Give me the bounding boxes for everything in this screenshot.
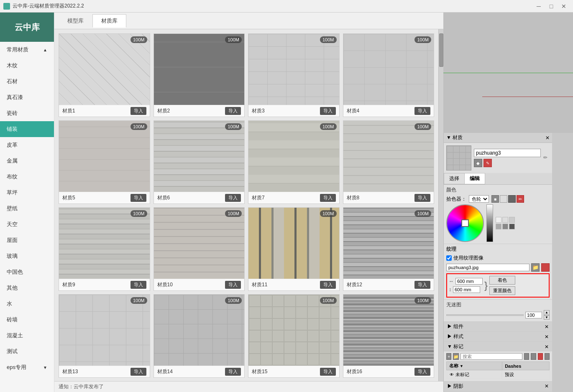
apply-material-icon[interactable]: ◆ bbox=[474, 159, 482, 167]
import-button-12[interactable]: 导入 bbox=[414, 281, 430, 289]
opacity-up-button[interactable]: ▲ bbox=[544, 310, 550, 315]
row-eye-icon[interactable]: 👁 bbox=[450, 372, 454, 377]
opacity-slider[interactable] bbox=[446, 314, 524, 316]
color-icon-dropper[interactable]: ✏ bbox=[517, 195, 524, 203]
import-button-13[interactable]: 导入 bbox=[130, 368, 146, 376]
sidebar-item-brickwall[interactable]: 砖墙 bbox=[0, 312, 54, 328]
material-card-13[interactable]: 100M材质13导入 bbox=[59, 294, 150, 378]
import-button-3[interactable]: 导入 bbox=[320, 107, 336, 115]
component-close-icon[interactable]: ✕ bbox=[545, 324, 549, 330]
import-button-8[interactable]: 导入 bbox=[414, 194, 430, 202]
sidebar-item-realstone[interactable]: 真石漆 bbox=[0, 89, 54, 105]
minimize-button[interactable]: ─ bbox=[533, 2, 545, 10]
import-button-11[interactable]: 导入 bbox=[320, 281, 336, 289]
tags-search-input[interactable] bbox=[460, 353, 522, 360]
sidebar-item-tile[interactable]: 瓷砖 bbox=[0, 105, 54, 121]
texture-file-input[interactable] bbox=[446, 264, 530, 271]
import-button-2[interactable]: 导入 bbox=[225, 107, 241, 115]
import-button-4[interactable]: 导入 bbox=[414, 107, 430, 115]
import-button-5[interactable]: 导入 bbox=[130, 194, 146, 202]
material-card-14[interactable]: 100M材质14导入 bbox=[153, 294, 245, 378]
color-icon-1[interactable]: ■ bbox=[491, 195, 499, 203]
edit-material-icon[interactable]: ✎ bbox=[483, 159, 492, 167]
reset-color-button[interactable]: 重置颜色 bbox=[489, 286, 515, 295]
sidebar-item-wallpaper[interactable]: 壁纸 bbox=[0, 201, 54, 216]
color-brightness-slider[interactable] bbox=[486, 204, 493, 242]
import-button-16[interactable]: 导入 bbox=[414, 368, 430, 376]
size-height-input[interactable] bbox=[453, 286, 480, 293]
material-card-3[interactable]: 100M材质3导入 bbox=[248, 33, 340, 117]
material-grid-container[interactable]: 100M材质1导入100M材质2导入100M材质3导入100M材质4导入100M… bbox=[54, 29, 438, 381]
color-wheel[interactable] bbox=[446, 204, 484, 242]
sidebar-item-glass[interactable]: 玻璃 bbox=[0, 248, 54, 264]
texture-checkbox[interactable] bbox=[446, 255, 452, 261]
sidebar-item-roof[interactable]: 屋面 bbox=[0, 232, 54, 248]
tags-icon-2[interactable] bbox=[531, 353, 536, 360]
style-header[interactable]: ▶ 样式 ✕ bbox=[444, 332, 552, 341]
sidebar-item-other[interactable]: 其他 bbox=[0, 280, 54, 296]
close-panel-icon[interactable]: ✕ bbox=[545, 135, 550, 141]
sidebar-item-test[interactable]: 测试 bbox=[0, 344, 54, 359]
material-card-16[interactable]: 100M材质16导入 bbox=[343, 294, 435, 378]
size-width-input[interactable] bbox=[455, 278, 483, 285]
material-card-8[interactable]: 100M材质8导入 bbox=[343, 120, 435, 204]
swatch-6[interactable] bbox=[509, 224, 515, 229]
material-card-7[interactable]: 100M材质7导入 bbox=[248, 120, 340, 204]
sidebar-item-wood[interactable]: 木纹 bbox=[0, 58, 54, 74]
texture-edit-icon[interactable] bbox=[541, 263, 550, 272]
material-card-2[interactable]: 100M材质2导入 bbox=[153, 33, 245, 117]
component-header[interactable]: ▶ 组件 ✕ bbox=[444, 322, 552, 331]
swatch-1[interactable] bbox=[496, 217, 501, 223]
tab-model[interactable]: 模型库 bbox=[59, 14, 92, 28]
opacity-down-button[interactable]: ▼ bbox=[544, 315, 550, 320]
import-button-15[interactable]: 导入 bbox=[320, 368, 336, 376]
material-card-12[interactable]: 100M材质12导入 bbox=[343, 207, 435, 291]
sidebar-item-china[interactable]: 中国色 bbox=[0, 264, 54, 280]
material-name-input[interactable] bbox=[474, 149, 541, 157]
material-card-4[interactable]: 100M材质4导入 bbox=[343, 33, 435, 117]
sidebar-item-metal[interactable]: 金属 bbox=[0, 153, 54, 169]
sidebar-item-eps[interactable]: eps专用 ▼ bbox=[0, 359, 54, 375]
shading-button[interactable]: 着色 bbox=[489, 276, 515, 285]
tab-select[interactable]: 选择 bbox=[444, 173, 465, 184]
swatch-5[interactable] bbox=[502, 224, 508, 229]
swatch-2[interactable] bbox=[502, 217, 508, 223]
import-button-14[interactable]: 导入 bbox=[225, 368, 241, 376]
import-button-7[interactable]: 导入 bbox=[320, 194, 336, 202]
material-card-11[interactable]: 100M材质11导入 bbox=[248, 207, 340, 291]
eyedropper-icon[interactable]: ✏ bbox=[543, 155, 550, 161]
sidebar-item-concrete[interactable]: 混凝土 bbox=[0, 328, 54, 344]
tags-col-name[interactable]: 名称 ▼ bbox=[447, 362, 502, 370]
tab-material[interactable]: 材质库 bbox=[92, 14, 126, 28]
tags-icon-4[interactable] bbox=[545, 353, 550, 360]
color-swatch-dark[interactable] bbox=[508, 195, 516, 203]
import-button-1[interactable]: 导入 bbox=[130, 107, 146, 115]
sidebar-item-water[interactable]: 水 bbox=[0, 296, 54, 312]
import-button-10[interactable]: 导入 bbox=[225, 281, 241, 289]
tags-header[interactable]: ▼ 标记 ✕ bbox=[444, 342, 552, 351]
sidebar-item-common[interactable]: 常用材质 ▲ bbox=[0, 42, 54, 58]
shadow-header[interactable]: ▶ 阴影 ✕ bbox=[444, 382, 552, 391]
texture-browse-icon[interactable]: 📁 bbox=[531, 263, 540, 272]
import-button-9[interactable]: 导入 bbox=[130, 281, 146, 289]
swatch-4[interactable] bbox=[496, 224, 501, 229]
material-card-10[interactable]: 100M材质10导入 bbox=[153, 207, 245, 291]
material-card-5[interactable]: 100M材质5导入 bbox=[59, 120, 150, 204]
tags-close-icon[interactable]: ✕ bbox=[545, 344, 549, 350]
shadow-close-icon[interactable]: ✕ bbox=[545, 383, 549, 389]
tags-icon-1[interactable] bbox=[524, 353, 529, 360]
tags-folder-icon[interactable]: 📁 bbox=[453, 353, 459, 360]
maximize-button[interactable]: □ bbox=[545, 2, 557, 10]
sidebar-item-paving[interactable]: 铺装 bbox=[0, 121, 54, 137]
swatch-3[interactable] bbox=[509, 217, 515, 223]
sidebar-item-sky[interactable]: 天空 bbox=[0, 216, 54, 232]
opacity-value-input[interactable] bbox=[525, 312, 542, 318]
tags-add-icon[interactable]: + bbox=[446, 353, 451, 360]
scrollbar-thumb[interactable] bbox=[439, 33, 443, 67]
import-button-6[interactable]: 导入 bbox=[225, 194, 241, 202]
close-button[interactable]: ✕ bbox=[558, 2, 570, 10]
sidebar-item-leather[interactable]: 皮革 bbox=[0, 137, 54, 153]
tags-icon-3[interactable] bbox=[538, 353, 543, 360]
color-swatch-white[interactable] bbox=[500, 195, 507, 203]
material-card-15[interactable]: 100M材质15导入 bbox=[248, 294, 340, 378]
